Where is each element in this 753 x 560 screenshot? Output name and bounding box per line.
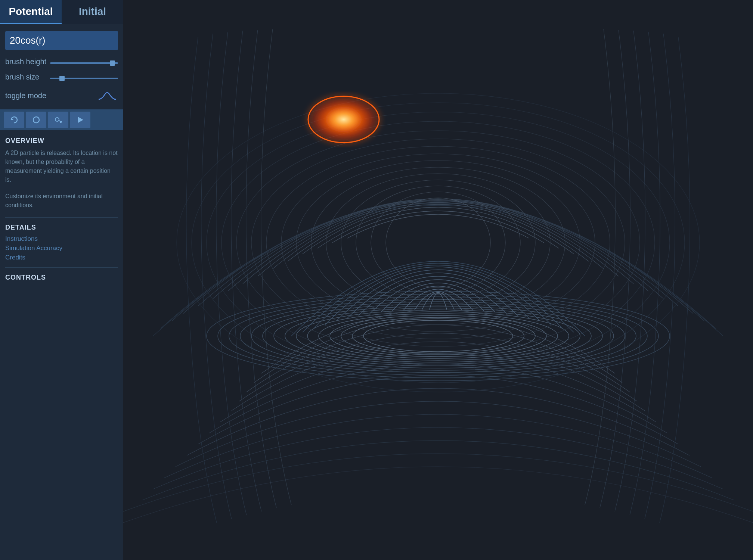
toolbar (0, 109, 123, 130)
toggle-mode-label: toggle mode (5, 91, 46, 100)
svg-rect-7 (123, 0, 753, 560)
divider-1 (5, 217, 118, 218)
tab-initial[interactable]: Initial (62, 0, 123, 24)
info-section: OVERVIEW A 2D particle is released. Its … (0, 130, 123, 560)
brush-size-slider-container (50, 74, 118, 81)
redo-button[interactable] (26, 112, 46, 128)
brush-height-row: brush height (5, 57, 118, 66)
tab-initial-label: Initial (79, 6, 106, 18)
toggle-mode-row: toggle mode (5, 88, 118, 103)
brush-size-row: brush size (5, 73, 118, 81)
overview-text1: A 2D particle is released. Its location … (5, 149, 118, 184)
key-button[interactable] (48, 112, 68, 128)
svg-marker-6 (78, 117, 83, 123)
brush-size-label: brush size (5, 73, 46, 81)
redo-icon (31, 115, 41, 125)
credits-link[interactable]: Credits (5, 254, 118, 261)
undo-button[interactable] (4, 112, 24, 128)
svg-point-2 (55, 118, 59, 121)
overview-text2: Customize its environment and initial co… (5, 192, 118, 210)
divider-2 (5, 267, 118, 268)
tab-potential-label: Potential (9, 6, 53, 18)
simulation-accuracy-link[interactable]: Simulation Accuracy (5, 245, 118, 252)
sidebar: Potential Initial brush height brush siz… (0, 0, 123, 560)
bell-curve-icon (98, 90, 117, 101)
toggle-mode-button[interactable] (96, 88, 118, 103)
instructions-link[interactable]: Instructions (5, 235, 118, 243)
formula-input[interactable] (5, 31, 118, 50)
undo-icon (9, 115, 19, 125)
main-view[interactable] (123, 0, 753, 560)
surface-visualization (123, 0, 753, 560)
brush-size-slider[interactable] (50, 78, 118, 79)
details-heading: DETAILS (5, 224, 118, 231)
brush-controls: brush height brush size toggle mode (0, 54, 123, 107)
tab-bar: Potential Initial (0, 0, 123, 24)
play-button[interactable] (70, 112, 90, 128)
tab-potential[interactable]: Potential (0, 0, 62, 24)
brush-height-slider[interactable] (50, 62, 118, 64)
play-icon (75, 115, 85, 125)
brush-height-slider-container (50, 59, 118, 65)
controls-heading: CONTROLS (5, 274, 118, 281)
formula-section (0, 24, 123, 54)
svg-point-1 (33, 117, 39, 123)
overview-heading: OVERVIEW (5, 137, 118, 145)
brush-height-label: brush height (5, 57, 46, 66)
key-icon (53, 115, 63, 125)
